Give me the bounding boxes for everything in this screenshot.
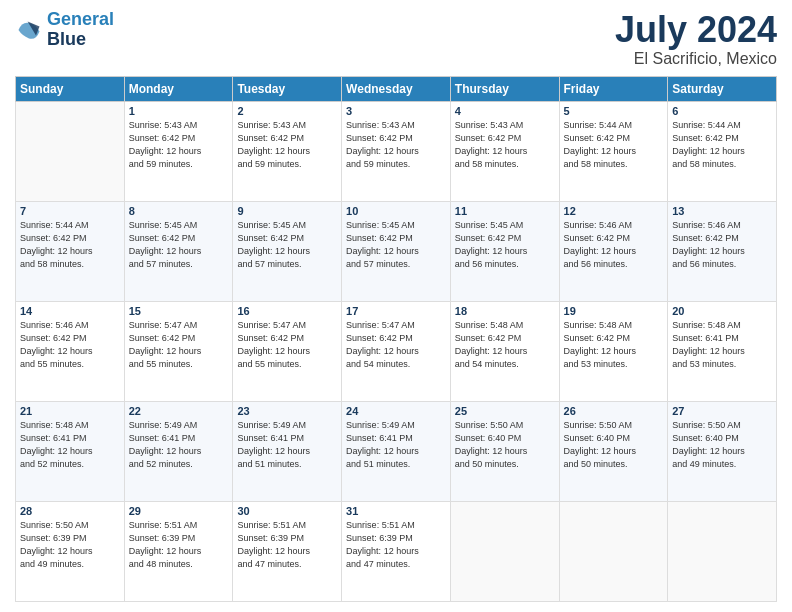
table-row [668, 501, 777, 601]
day-info: Sunrise: 5:45 AMSunset: 6:42 PMDaylight:… [129, 219, 229, 271]
day-number: 21 [20, 405, 120, 417]
day-info: Sunrise: 5:43 AMSunset: 6:42 PMDaylight:… [455, 119, 555, 171]
table-row: 16Sunrise: 5:47 AMSunset: 6:42 PMDayligh… [233, 301, 342, 401]
day-info: Sunrise: 5:51 AMSunset: 6:39 PMDaylight:… [237, 519, 337, 571]
day-number: 3 [346, 105, 446, 117]
day-number: 7 [20, 205, 120, 217]
day-number: 15 [129, 305, 229, 317]
table-row [450, 501, 559, 601]
day-info: Sunrise: 5:48 AMSunset: 6:41 PMDaylight:… [672, 319, 772, 371]
table-row: 23Sunrise: 5:49 AMSunset: 6:41 PMDayligh… [233, 401, 342, 501]
day-number: 11 [455, 205, 555, 217]
day-number: 25 [455, 405, 555, 417]
day-number: 24 [346, 405, 446, 417]
table-row [16, 101, 125, 201]
table-row: 15Sunrise: 5:47 AMSunset: 6:42 PMDayligh… [124, 301, 233, 401]
day-info: Sunrise: 5:49 AMSunset: 6:41 PMDaylight:… [237, 419, 337, 471]
table-row: 17Sunrise: 5:47 AMSunset: 6:42 PMDayligh… [342, 301, 451, 401]
table-row: 21Sunrise: 5:48 AMSunset: 6:41 PMDayligh… [16, 401, 125, 501]
day-info: Sunrise: 5:47 AMSunset: 6:42 PMDaylight:… [129, 319, 229, 371]
day-info: Sunrise: 5:45 AMSunset: 6:42 PMDaylight:… [346, 219, 446, 271]
header-monday: Monday [124, 76, 233, 101]
table-row: 30Sunrise: 5:51 AMSunset: 6:39 PMDayligh… [233, 501, 342, 601]
logo: GeneralBlue [15, 10, 114, 50]
table-row: 11Sunrise: 5:45 AMSunset: 6:42 PMDayligh… [450, 201, 559, 301]
logo-icon [15, 16, 43, 44]
table-row: 5Sunrise: 5:44 AMSunset: 6:42 PMDaylight… [559, 101, 668, 201]
day-info: Sunrise: 5:43 AMSunset: 6:42 PMDaylight:… [129, 119, 229, 171]
day-info: Sunrise: 5:45 AMSunset: 6:42 PMDaylight:… [237, 219, 337, 271]
calendar-week-row: 21Sunrise: 5:48 AMSunset: 6:41 PMDayligh… [16, 401, 777, 501]
day-number: 17 [346, 305, 446, 317]
table-row: 7Sunrise: 5:44 AMSunset: 6:42 PMDaylight… [16, 201, 125, 301]
table-row: 2Sunrise: 5:43 AMSunset: 6:42 PMDaylight… [233, 101, 342, 201]
table-row: 20Sunrise: 5:48 AMSunset: 6:41 PMDayligh… [668, 301, 777, 401]
day-number: 13 [672, 205, 772, 217]
day-number: 31 [346, 505, 446, 517]
table-row: 8Sunrise: 5:45 AMSunset: 6:42 PMDaylight… [124, 201, 233, 301]
table-row: 10Sunrise: 5:45 AMSunset: 6:42 PMDayligh… [342, 201, 451, 301]
day-info: Sunrise: 5:50 AMSunset: 6:39 PMDaylight:… [20, 519, 120, 571]
day-info: Sunrise: 5:49 AMSunset: 6:41 PMDaylight:… [129, 419, 229, 471]
day-number: 29 [129, 505, 229, 517]
day-number: 27 [672, 405, 772, 417]
day-info: Sunrise: 5:46 AMSunset: 6:42 PMDaylight:… [564, 219, 664, 271]
day-number: 5 [564, 105, 664, 117]
day-info: Sunrise: 5:48 AMSunset: 6:41 PMDaylight:… [20, 419, 120, 471]
calendar-week-row: 7Sunrise: 5:44 AMSunset: 6:42 PMDaylight… [16, 201, 777, 301]
day-info: Sunrise: 5:51 AMSunset: 6:39 PMDaylight:… [346, 519, 446, 571]
table-row: 19Sunrise: 5:48 AMSunset: 6:42 PMDayligh… [559, 301, 668, 401]
logo-text: GeneralBlue [47, 10, 114, 50]
header-tuesday: Tuesday [233, 76, 342, 101]
day-info: Sunrise: 5:49 AMSunset: 6:41 PMDaylight:… [346, 419, 446, 471]
day-info: Sunrise: 5:51 AMSunset: 6:39 PMDaylight:… [129, 519, 229, 571]
day-number: 4 [455, 105, 555, 117]
table-row: 3Sunrise: 5:43 AMSunset: 6:42 PMDaylight… [342, 101, 451, 201]
table-row: 26Sunrise: 5:50 AMSunset: 6:40 PMDayligh… [559, 401, 668, 501]
day-info: Sunrise: 5:47 AMSunset: 6:42 PMDaylight:… [237, 319, 337, 371]
table-row: 31Sunrise: 5:51 AMSunset: 6:39 PMDayligh… [342, 501, 451, 601]
day-number: 18 [455, 305, 555, 317]
day-number: 28 [20, 505, 120, 517]
calendar-table: Sunday Monday Tuesday Wednesday Thursday… [15, 76, 777, 602]
table-row: 1Sunrise: 5:43 AMSunset: 6:42 PMDaylight… [124, 101, 233, 201]
table-row: 22Sunrise: 5:49 AMSunset: 6:41 PMDayligh… [124, 401, 233, 501]
day-info: Sunrise: 5:46 AMSunset: 6:42 PMDaylight:… [672, 219, 772, 271]
day-number: 26 [564, 405, 664, 417]
table-row: 25Sunrise: 5:50 AMSunset: 6:40 PMDayligh… [450, 401, 559, 501]
calendar-week-row: 14Sunrise: 5:46 AMSunset: 6:42 PMDayligh… [16, 301, 777, 401]
location-title: El Sacrificio, Mexico [615, 50, 777, 68]
day-number: 12 [564, 205, 664, 217]
day-info: Sunrise: 5:45 AMSunset: 6:42 PMDaylight:… [455, 219, 555, 271]
day-number: 6 [672, 105, 772, 117]
day-number: 9 [237, 205, 337, 217]
day-number: 30 [237, 505, 337, 517]
table-row: 4Sunrise: 5:43 AMSunset: 6:42 PMDaylight… [450, 101, 559, 201]
table-row: 28Sunrise: 5:50 AMSunset: 6:39 PMDayligh… [16, 501, 125, 601]
header: GeneralBlue July 2024 El Sacrificio, Mex… [15, 10, 777, 68]
header-sunday: Sunday [16, 76, 125, 101]
day-info: Sunrise: 5:44 AMSunset: 6:42 PMDaylight:… [20, 219, 120, 271]
day-number: 16 [237, 305, 337, 317]
table-row: 13Sunrise: 5:46 AMSunset: 6:42 PMDayligh… [668, 201, 777, 301]
table-row: 12Sunrise: 5:46 AMSunset: 6:42 PMDayligh… [559, 201, 668, 301]
table-row: 29Sunrise: 5:51 AMSunset: 6:39 PMDayligh… [124, 501, 233, 601]
day-number: 20 [672, 305, 772, 317]
day-info: Sunrise: 5:50 AMSunset: 6:40 PMDaylight:… [564, 419, 664, 471]
weekday-header-row: Sunday Monday Tuesday Wednesday Thursday… [16, 76, 777, 101]
day-info: Sunrise: 5:50 AMSunset: 6:40 PMDaylight:… [672, 419, 772, 471]
table-row: 6Sunrise: 5:44 AMSunset: 6:42 PMDaylight… [668, 101, 777, 201]
table-row: 18Sunrise: 5:48 AMSunset: 6:42 PMDayligh… [450, 301, 559, 401]
header-thursday: Thursday [450, 76, 559, 101]
day-info: Sunrise: 5:46 AMSunset: 6:42 PMDaylight:… [20, 319, 120, 371]
month-title: July 2024 [615, 10, 777, 50]
day-number: 8 [129, 205, 229, 217]
header-saturday: Saturday [668, 76, 777, 101]
day-number: 14 [20, 305, 120, 317]
day-info: Sunrise: 5:48 AMSunset: 6:42 PMDaylight:… [455, 319, 555, 371]
day-number: 1 [129, 105, 229, 117]
calendar-week-row: 1Sunrise: 5:43 AMSunset: 6:42 PMDaylight… [16, 101, 777, 201]
day-info: Sunrise: 5:50 AMSunset: 6:40 PMDaylight:… [455, 419, 555, 471]
day-number: 2 [237, 105, 337, 117]
day-number: 23 [237, 405, 337, 417]
